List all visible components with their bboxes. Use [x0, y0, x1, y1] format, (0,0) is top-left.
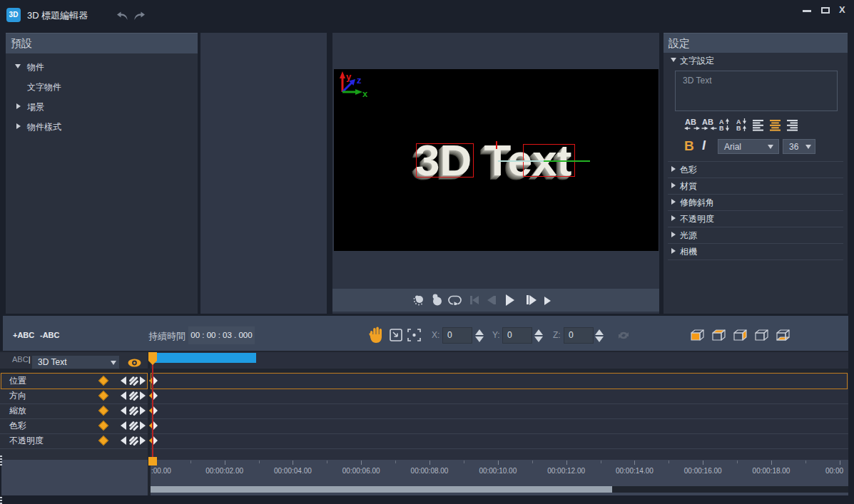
svg-text:AB: AB	[702, 118, 713, 126]
svg-text:B: B	[719, 125, 724, 131]
svg-text:AB: AB	[685, 118, 696, 126]
svg-text:x: x	[362, 88, 368, 98]
svg-text:B: B	[736, 125, 741, 131]
svg-text:z: z	[357, 75, 362, 86]
